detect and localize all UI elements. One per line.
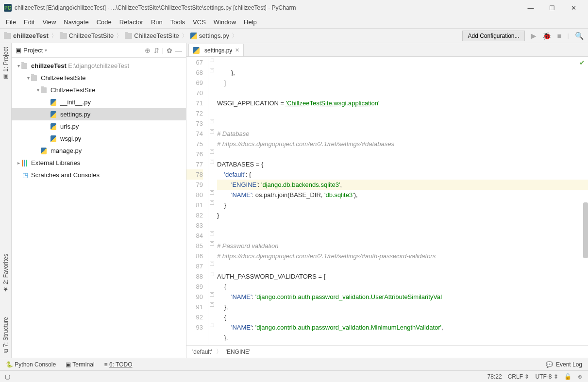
tool-windows-icon[interactable]: ▢ (5, 373, 10, 380)
bottom-tool-bar: 🐍 Python Console ▣ Terminal ≡ 6: TODO 💬 … (0, 358, 588, 370)
folder-icon (125, 33, 132, 39)
window-title: chillzeeTest [E:\django\chillzeeTest] - … (15, 4, 520, 11)
editor-area: settings.py ✕ ✔ 676869707172737475767778… (186, 43, 588, 358)
editor-tab[interactable]: settings.py ✕ (188, 44, 244, 56)
close-button[interactable]: ✕ (563, 1, 584, 15)
locate-icon[interactable]: ⊕ (145, 47, 151, 54)
tab-project[interactable]: ▣1: Project (2, 47, 9, 80)
settings-icon[interactable]: ✿ (167, 47, 172, 54)
tab-label: settings.py (204, 47, 232, 54)
menu-view[interactable]: View (38, 17, 60, 27)
python-file-icon (190, 33, 197, 39)
file-encoding[interactable]: UTF-8 ⇕ (535, 373, 558, 380)
tree-file[interactable]: manage.py (12, 145, 186, 157)
python-file-icon (193, 47, 200, 54)
run-icon[interactable]: ▶ (531, 32, 537, 40)
folder-icon (60, 33, 67, 39)
fold-column[interactable] (208, 57, 217, 345)
python-console-tab[interactable]: 🐍 Python Console (6, 361, 56, 368)
code-editor[interactable]: ✔ 67686970717273747576777879808182838485… (186, 57, 588, 345)
menu-code[interactable]: Code (93, 17, 116, 27)
line-separator[interactable]: CRLF ⇕ (508, 373, 530, 380)
folder-icon (4, 33, 11, 39)
menu-file[interactable]: File (2, 17, 20, 27)
add-configuration-button[interactable]: Add Configuration... (462, 31, 524, 41)
project-panel: ▣ Project ▾ ⊕ ⇵ | ✿ — ▾chillzeeTest E:\d… (12, 43, 186, 358)
collapse-icon[interactable]: ⇵ (153, 47, 159, 54)
terminal-tab[interactable]: ▣ Terminal (66, 361, 94, 368)
code-content[interactable]: 💡 }, ]WSGI_APPLICATION = 'ChillzeeTestSi… (217, 57, 588, 345)
readonly-icon[interactable]: 🔓 (564, 373, 571, 380)
crumb-file: settings.py (199, 32, 229, 39)
close-tab-icon[interactable]: ✕ (235, 47, 239, 53)
project-tree[interactable]: ▾chillzeeTest E:\django\chillzeeTest ▾Ch… (12, 58, 186, 183)
pycharm-icon: PC (4, 4, 12, 12)
crumb-1: ChillzeeTestSite (69, 32, 114, 39)
hide-icon[interactable]: — (175, 47, 182, 54)
tree-folder[interactable]: ▾ChillzeeTestSite (12, 84, 186, 96)
tree-scratches[interactable]: ◳Scratches and Consoles (12, 169, 186, 181)
tree-file[interactable]: wsgi.py (12, 133, 186, 145)
navigation-bar: chillzeeTest 〉 ChillzeeTestSite 〉 Chillz… (0, 29, 588, 43)
menu-run[interactable]: Run (147, 17, 167, 27)
tree-file[interactable]: __init__.py (12, 96, 186, 108)
tree-folder[interactable]: ▾ChillzeeTestSite (12, 72, 186, 84)
search-everywhere-icon[interactable]: 🔍 (575, 32, 584, 40)
tree-external-libraries[interactable]: ▸External Libraries (12, 157, 186, 169)
tree-root[interactable]: ▾chillzeeTest E:\django\chillzeeTest (12, 60, 186, 72)
cursor-position[interactable]: 78:22 (487, 373, 502, 380)
event-log-tab[interactable]: 💬 Event Log (546, 361, 582, 368)
status-bar: ▢ 78:22 CRLF ⇕ UTF-8 ⇕ 🔓 ☺ (0, 370, 588, 382)
breadcrumb[interactable]: chillzeeTest 〉 ChillzeeTestSite 〉 Chillz… (4, 32, 240, 40)
menu-edit[interactable]: Edit (20, 17, 38, 27)
stop-icon[interactable]: ■ (557, 32, 562, 40)
menu-tools[interactable]: Tools (167, 17, 189, 27)
debug-icon[interactable]: 🐞 (542, 32, 552, 40)
line-gutter: 6768697071727374757677787980818283848586… (186, 57, 208, 345)
maximize-button[interactable]: ☐ (541, 1, 563, 15)
menu-navigate[interactable]: Navigate (60, 17, 92, 27)
tree-file[interactable]: urls.py (12, 120, 186, 133)
titlebar: PC chillzeeTest [E:\django\chillzeeTest]… (0, 0, 588, 16)
project-panel-icon: ▣ (16, 47, 21, 54)
menu-help[interactable]: Help (240, 17, 261, 27)
editor-breadcrumb[interactable]: 'default'〉'ENGINE' (186, 345, 588, 358)
left-tool-strip: ▣1: Project ★2: Favorites ⧉7: Structure (0, 43, 12, 358)
tree-file-selected[interactable]: settings.py (12, 108, 186, 120)
minimize-button[interactable]: — (520, 1, 541, 15)
crumb-root: chillzeeTest (13, 32, 49, 39)
project-panel-title: Project (23, 47, 43, 54)
menu-vcs[interactable]: VCS (189, 17, 210, 27)
todo-tab[interactable]: ≡ 6: TODO (104, 361, 133, 368)
menu-window[interactable]: Window (210, 17, 240, 27)
crumb-2: ChillzeeTestSite (134, 32, 179, 39)
tab-favorites[interactable]: ★2: Favorites (2, 254, 9, 293)
hector-icon[interactable]: ☺ (577, 373, 583, 380)
tab-structure[interactable]: ⧉7: Structure (2, 317, 9, 353)
menu-bar: File Edit View Navigate Code Refactor Ru… (0, 16, 588, 29)
menu-refactor[interactable]: Refactor (116, 17, 147, 27)
